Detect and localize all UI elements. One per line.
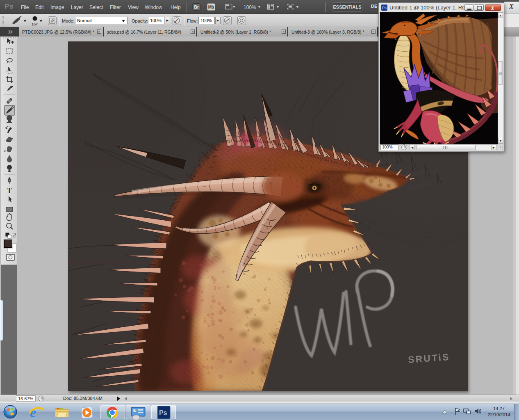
svg-text:167: 167 bbox=[32, 22, 38, 26]
svg-text:X: X bbox=[490, 5, 494, 11]
svg-text:T: T bbox=[7, 187, 12, 195]
svg-text:Ps: Ps bbox=[159, 409, 167, 416]
svg-text:Ps: Ps bbox=[382, 6, 387, 10]
